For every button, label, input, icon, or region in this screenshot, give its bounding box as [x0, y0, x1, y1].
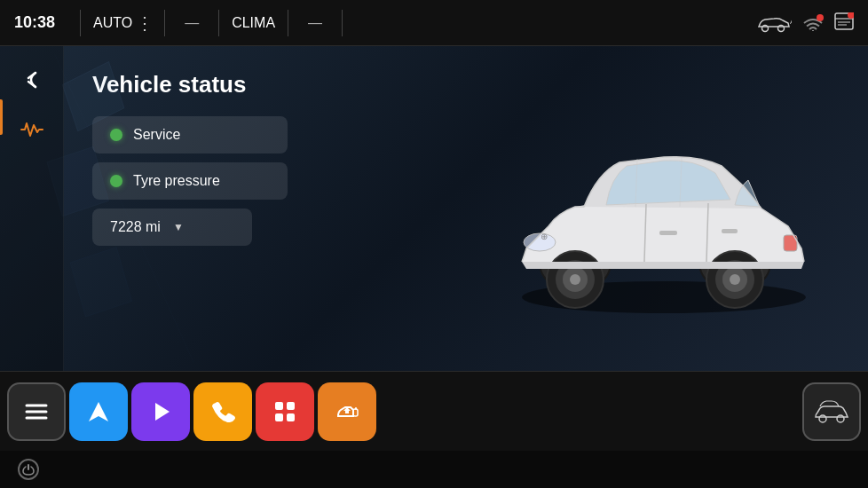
sidebar-pulse-icon[interactable]: [16, 114, 48, 146]
divider-3: [218, 10, 219, 36]
divider-2: [164, 10, 165, 36]
svg-point-43: [819, 415, 826, 422]
apps-button[interactable]: [256, 382, 314, 441]
menu-button[interactable]: [7, 382, 66, 441]
svg-rect-38: [287, 402, 295, 410]
notification-menu[interactable]: [834, 12, 854, 34]
dashes-2: —: [308, 15, 322, 31]
physical-bar: [0, 451, 868, 488]
svg-point-9: [848, 12, 854, 19]
svg-text:A: A: [790, 18, 792, 26]
svg-rect-40: [287, 413, 295, 421]
svg-point-24: [570, 274, 580, 285]
svg-rect-39: [275, 413, 283, 421]
dashes-1: —: [185, 15, 199, 31]
main-content: Vehicle status Service Tyre pressure 722…: [0, 46, 868, 371]
svg-point-44: [837, 415, 844, 422]
car-display: ⊕: [460, 46, 868, 371]
sidebar-back-icon[interactable]: [16, 64, 48, 96]
svg-marker-10: [62, 61, 124, 130]
signal-icon: [802, 14, 824, 32]
svg-marker-36: [155, 403, 170, 421]
divider-1: [80, 10, 81, 36]
auto-dots: ⋮: [136, 12, 152, 34]
divider-4: [288, 10, 288, 36]
svg-rect-20: [722, 229, 738, 233]
svg-rect-41: [353, 409, 358, 416]
divider-5: [342, 10, 343, 36]
phone-button[interactable]: [193, 382, 252, 441]
navigation-button[interactable]: [69, 382, 128, 441]
svg-marker-35: [89, 402, 108, 421]
svg-rect-19: [659, 231, 677, 235]
status-bar: 10:38 AUTO ⋮ — CLIMA — A: [0, 0, 868, 46]
car-profile-icon: A: [754, 13, 792, 33]
auto-mode[interactable]: AUTO ⋮: [93, 12, 152, 34]
media-button[interactable]: [131, 382, 190, 441]
svg-rect-42: [355, 407, 357, 410]
fuel-button[interactable]: [318, 382, 376, 441]
clima-label: CLIMA: [232, 15, 275, 31]
sidebar: [0, 46, 64, 371]
svg-rect-37: [275, 402, 283, 410]
auto-label: AUTO: [93, 15, 132, 31]
svg-marker-12: [70, 248, 132, 317]
status-right: A: [754, 12, 854, 34]
app-bar: [0, 371, 868, 451]
svg-point-28: [730, 274, 740, 285]
clock: 10:38: [14, 13, 67, 32]
car-image: ⊕: [469, 84, 859, 333]
svg-point-4: [817, 14, 824, 21]
car-status-button[interactable]: [802, 382, 861, 441]
power-button[interactable]: [18, 459, 39, 480]
